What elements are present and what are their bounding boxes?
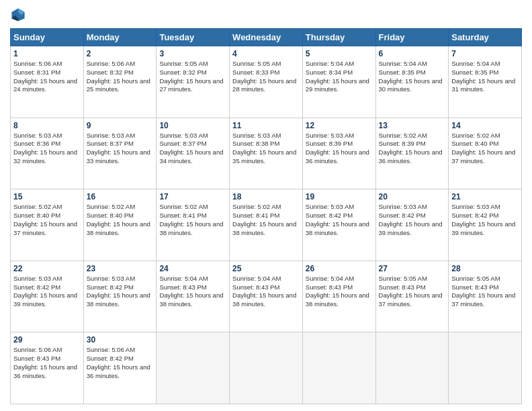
calendar-day-cell: 6 Sunrise: 5:04 AMSunset: 8:35 PMDayligh… — [375, 46, 449, 118]
day-info: Sunrise: 5:02 AMSunset: 8:40 PMDaylight:… — [451, 132, 519, 166]
day-info: Sunrise: 5:04 AMSunset: 8:35 PMDaylight:… — [379, 60, 446, 94]
calendar-day-cell: 19 Sunrise: 5:03 AMSunset: 8:42 PMDaylig… — [302, 189, 375, 261]
calendar-week-row: 22 Sunrise: 5:03 AMSunset: 8:42 PMDaylig… — [11, 261, 522, 332]
day-number: 23 — [87, 264, 154, 273]
calendar-day-cell: 25 Sunrise: 5:04 AMSunset: 8:43 PMDaylig… — [230, 261, 303, 332]
day-info: Sunrise: 5:03 AMSunset: 8:37 PMDaylight:… — [87, 132, 154, 166]
calendar-week-row: 29 Sunrise: 5:06 AMSunset: 8:43 PMDaylig… — [11, 332, 522, 404]
day-info: Sunrise: 5:05 AMSunset: 8:43 PMDaylight:… — [379, 275, 446, 309]
calendar-day-cell: 28 Sunrise: 5:05 AMSunset: 8:43 PMDaylig… — [449, 261, 522, 332]
header — [10, 7, 522, 23]
calendar-day-cell: 27 Sunrise: 5:05 AMSunset: 8:43 PMDaylig… — [375, 261, 449, 332]
day-info: Sunrise: 5:02 AMSunset: 8:40 PMDaylight:… — [13, 203, 81, 237]
calendar-day-cell: 11 Sunrise: 5:03 AMSunset: 8:38 PMDaylig… — [230, 118, 303, 189]
col-friday: Friday — [375, 29, 449, 46]
calendar-day-cell — [157, 332, 230, 404]
col-tuesday: Tuesday — [157, 29, 230, 46]
day-number: 6 — [379, 49, 446, 58]
day-number: 24 — [159, 264, 226, 273]
calendar-day-cell: 24 Sunrise: 5:04 AMSunset: 8:43 PMDaylig… — [157, 261, 230, 332]
day-number: 3 — [159, 49, 226, 58]
day-number: 29 — [13, 335, 81, 345]
calendar-day-cell: 13 Sunrise: 5:02 AMSunset: 8:39 PMDaylig… — [375, 118, 449, 189]
day-info: Sunrise: 5:02 AMSunset: 8:41 PMDaylight:… — [232, 203, 300, 237]
day-number: 12 — [306, 121, 373, 130]
day-info: Sunrise: 5:02 AMSunset: 8:41 PMDaylight:… — [159, 203, 226, 237]
col-monday: Monday — [83, 29, 157, 46]
calendar-day-cell — [375, 332, 449, 404]
day-info: Sunrise: 5:06 AMSunset: 8:43 PMDaylight:… — [13, 346, 81, 380]
calendar-day-cell: 22 Sunrise: 5:03 AMSunset: 8:42 PMDaylig… — [11, 261, 84, 332]
calendar-day-cell: 26 Sunrise: 5:04 AMSunset: 8:43 PMDaylig… — [302, 261, 375, 332]
calendar-table: Sunday Monday Tuesday Wednesday Thursday… — [10, 28, 522, 404]
day-info: Sunrise: 5:06 AMSunset: 8:42 PMDaylight:… — [87, 346, 154, 380]
calendar-day-cell: 3 Sunrise: 5:05 AMSunset: 8:32 PMDayligh… — [157, 46, 230, 118]
calendar-day-cell: 23 Sunrise: 5:03 AMSunset: 8:42 PMDaylig… — [83, 261, 157, 332]
day-number: 4 — [232, 49, 300, 58]
day-number: 26 — [306, 264, 373, 273]
day-number: 9 — [87, 121, 154, 130]
day-number: 2 — [87, 49, 154, 58]
day-number: 28 — [451, 264, 519, 273]
calendar-day-cell: 20 Sunrise: 5:03 AMSunset: 8:42 PMDaylig… — [375, 189, 449, 261]
day-info: Sunrise: 5:04 AMSunset: 8:34 PMDaylight:… — [306, 60, 373, 94]
calendar-day-cell: 18 Sunrise: 5:02 AMSunset: 8:41 PMDaylig… — [230, 189, 303, 261]
day-number: 22 — [13, 264, 81, 273]
day-info: Sunrise: 5:05 AMSunset: 8:43 PMDaylight:… — [451, 275, 519, 309]
day-info: Sunrise: 5:03 AMSunset: 8:42 PMDaylight:… — [379, 203, 446, 237]
day-info: Sunrise: 5:03 AMSunset: 8:42 PMDaylight:… — [13, 275, 81, 309]
day-number: 30 — [87, 335, 154, 345]
day-number: 10 — [159, 121, 226, 130]
day-number: 1 — [13, 49, 81, 58]
calendar-day-cell: 1 Sunrise: 5:06 AMSunset: 8:31 PMDayligh… — [11, 46, 84, 118]
day-number: 21 — [451, 192, 519, 201]
page: Sunday Monday Tuesday Wednesday Thursday… — [0, 0, 532, 411]
calendar-week-row: 1 Sunrise: 5:06 AMSunset: 8:31 PMDayligh… — [11, 46, 522, 118]
day-number: 8 — [13, 121, 81, 130]
day-number: 17 — [159, 192, 226, 201]
calendar-week-row: 8 Sunrise: 5:03 AMSunset: 8:36 PMDayligh… — [11, 118, 522, 189]
day-number: 5 — [306, 49, 373, 58]
day-number: 16 — [87, 192, 154, 201]
day-info: Sunrise: 5:04 AMSunset: 8:35 PMDaylight:… — [451, 60, 519, 94]
col-saturday: Saturday — [449, 29, 522, 46]
calendar-day-cell: 8 Sunrise: 5:03 AMSunset: 8:36 PMDayligh… — [11, 118, 84, 189]
calendar-header-row: Sunday Monday Tuesday Wednesday Thursday… — [11, 29, 522, 46]
calendar-day-cell: 2 Sunrise: 5:06 AMSunset: 8:32 PMDayligh… — [83, 46, 157, 118]
day-info: Sunrise: 5:06 AMSunset: 8:32 PMDaylight:… — [87, 60, 154, 94]
col-sunday: Sunday — [11, 29, 84, 46]
day-number: 25 — [232, 264, 300, 273]
calendar-day-cell: 29 Sunrise: 5:06 AMSunset: 8:43 PMDaylig… — [11, 332, 84, 404]
day-number: 19 — [306, 192, 373, 201]
calendar-day-cell: 14 Sunrise: 5:02 AMSunset: 8:40 PMDaylig… — [449, 118, 522, 189]
day-info: Sunrise: 5:04 AMSunset: 8:43 PMDaylight:… — [159, 275, 226, 309]
day-number: 15 — [13, 192, 81, 201]
calendar-day-cell — [302, 332, 375, 404]
logo-icon — [10, 7, 26, 23]
calendar-day-cell: 15 Sunrise: 5:02 AMSunset: 8:40 PMDaylig… — [11, 189, 84, 261]
calendar-day-cell: 16 Sunrise: 5:02 AMSunset: 8:40 PMDaylig… — [83, 189, 157, 261]
calendar-day-cell: 10 Sunrise: 5:03 AMSunset: 8:37 PMDaylig… — [157, 118, 230, 189]
day-number: 20 — [379, 192, 446, 201]
calendar-day-cell: 17 Sunrise: 5:02 AMSunset: 8:41 PMDaylig… — [157, 189, 230, 261]
calendar-day-cell: 12 Sunrise: 5:03 AMSunset: 8:39 PMDaylig… — [302, 118, 375, 189]
day-info: Sunrise: 5:03 AMSunset: 8:38 PMDaylight:… — [232, 132, 300, 166]
calendar-day-cell: 4 Sunrise: 5:05 AMSunset: 8:33 PMDayligh… — [230, 46, 303, 118]
col-wednesday: Wednesday — [230, 29, 303, 46]
calendar-day-cell: 9 Sunrise: 5:03 AMSunset: 8:37 PMDayligh… — [83, 118, 157, 189]
day-info: Sunrise: 5:05 AMSunset: 8:33 PMDaylight:… — [232, 60, 300, 94]
day-info: Sunrise: 5:03 AMSunset: 8:42 PMDaylight:… — [87, 275, 154, 309]
day-number: 7 — [451, 49, 519, 58]
day-number: 11 — [232, 121, 300, 130]
day-info: Sunrise: 5:06 AMSunset: 8:31 PMDaylight:… — [13, 60, 81, 94]
day-info: Sunrise: 5:03 AMSunset: 8:42 PMDaylight:… — [306, 203, 373, 237]
day-number: 27 — [379, 264, 446, 273]
day-info: Sunrise: 5:03 AMSunset: 8:36 PMDaylight:… — [13, 132, 81, 166]
day-info: Sunrise: 5:05 AMSunset: 8:32 PMDaylight:… — [159, 60, 226, 94]
calendar-day-cell — [230, 332, 303, 404]
col-thursday: Thursday — [302, 29, 375, 46]
logo — [10, 7, 28, 23]
day-info: Sunrise: 5:04 AMSunset: 8:43 PMDaylight:… — [306, 275, 373, 309]
day-number: 18 — [232, 192, 300, 201]
day-info: Sunrise: 5:03 AMSunset: 8:39 PMDaylight:… — [306, 132, 373, 166]
